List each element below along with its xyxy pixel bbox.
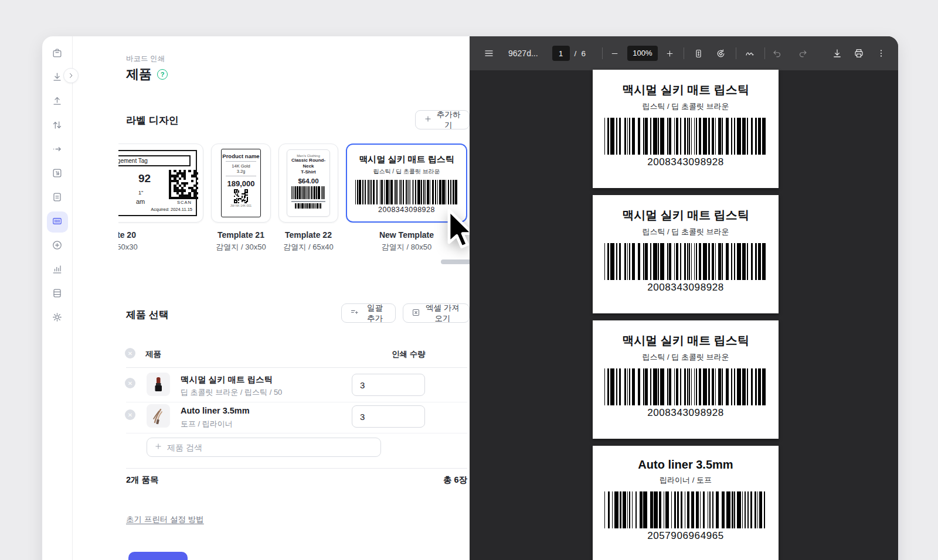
template-spec: 감열지 / 50x30 [118, 242, 203, 252]
barcode-graphic [604, 118, 767, 155]
app-window: 바코드 인쇄 제품 ? 라벨 디자인 추가하기 Asset Management… [42, 36, 898, 560]
excel-icon [412, 308, 420, 319]
template-22-preview: Men's Clothing Classic Round-NeckT-Shirt… [287, 149, 330, 217]
sidebar-item-add[interactable] [47, 235, 68, 257]
zoom-level[interactable]: 100% [627, 46, 658, 61]
template-spec: 감열지 / 65x40 [278, 242, 338, 252]
settings-gear-icon [52, 312, 63, 325]
label-page: 맥시멀 실키 매트 립스틱 립스틱 / 딥 초콜릿 브라운 2008343098… [593, 195, 779, 313]
barcode-graphic [604, 368, 767, 405]
add-template-button[interactable]: 추가하기 [415, 110, 470, 129]
add-circle-icon [52, 240, 63, 253]
database-icon [52, 288, 63, 301]
template-name: Template 20 [118, 230, 203, 240]
menu-icon[interactable] [480, 45, 498, 62]
template-card-21[interactable]: Product name 14K Gold 3.2g 189,000 JW-NK… [211, 144, 271, 261]
bar-chart-icon [52, 264, 63, 277]
product-thumbnail-lipstick [147, 373, 170, 396]
zoom-in-icon[interactable] [661, 45, 679, 62]
sidebar-item-transfer[interactable] [47, 115, 68, 136]
template-name: Template 21 [211, 230, 271, 240]
template-card-20[interactable]: Asset Management Tag 92 1" am SCAN Acqui… [118, 144, 203, 261]
bulk-add-button[interactable]: 일괄 추가 [341, 303, 396, 323]
sidebar-item-barcode-print[interactable] [47, 211, 68, 233]
sidebar-item-documents[interactable] [47, 187, 68, 209]
printer-setup-link[interactable]: 초기 프린터 설정 방법 [126, 514, 204, 525]
label-page: 맥시멀 실키 매트 립스틱 립스틱 / 딥 초콜릿 브라운 2008343098… [593, 320, 779, 439]
download-icon[interactable] [828, 45, 846, 62]
sidebar-item-outbound[interactable] [47, 91, 68, 112]
template-name: Template 22 [278, 230, 338, 240]
datamatrix-code [169, 170, 198, 199]
zoom-out-icon[interactable] [606, 45, 624, 62]
qty-input[interactable] [352, 405, 425, 428]
label-design-heading: 라벨 디자인 [126, 114, 179, 127]
list-plus-icon [350, 308, 359, 319]
package-icon [52, 47, 63, 61]
page-title: 제품 [126, 66, 152, 83]
main-panel: 바코드 인쇄 제품 ? 라벨 디자인 추가하기 Asset Management… [73, 36, 470, 560]
redo-icon [794, 45, 812, 62]
pdf-filename: 9627d... [508, 49, 538, 58]
page-count: 6 [581, 49, 586, 58]
rotate-icon[interactable] [712, 45, 730, 62]
upload-icon [52, 95, 63, 109]
excel-import-button[interactable]: 엑셀 가져오기 [403, 303, 470, 323]
template-spec: 감열지 / 30x50 [211, 242, 271, 252]
barcode-graphic [291, 186, 325, 199]
label-page: Auto liner 3.5mm 립라이너 / 토프 2057906964965 [593, 446, 779, 560]
download-icon [52, 71, 63, 85]
sidebar-item-sequence[interactable] [47, 163, 68, 185]
page-number-input[interactable] [552, 46, 570, 61]
remove-row-button[interactable]: ✕ [125, 409, 135, 420]
plus-icon [424, 115, 432, 125]
sidebar-item-move[interactable] [47, 139, 68, 161]
label-page: 맥시멀 실키 매트 립스틱 립스틱 / 딥 초콜릿 브라운 2008343098… [593, 70, 779, 188]
sidebar [42, 36, 73, 560]
pdf-viewer: 9627d... / 6 100% 맥시멀 실키 매트 립스틱 립스틱 / 딥 … [470, 36, 898, 560]
remove-row-button[interactable]: ✕ [125, 378, 135, 388]
more-icon[interactable] [872, 45, 890, 62]
product-search[interactable] [147, 438, 381, 457]
document-icon [52, 192, 63, 205]
template-carousel[interactable]: Asset Management Tag 92 1" am SCAN Acqui… [118, 144, 467, 261]
template-21-preview: Product name 14K Gold 3.2g 189,000 JW-NK… [221, 149, 261, 217]
template-20-preview: Asset Management Tag 92 1" am SCAN Acqui… [118, 150, 197, 216]
fit-page-icon[interactable] [690, 45, 708, 62]
sidebar-item-analytics[interactable] [47, 259, 68, 281]
remove-all-button[interactable]: ✕ [125, 348, 135, 358]
sequence-icon [52, 168, 63, 181]
item-count: 2개 품목 [126, 474, 159, 486]
sidebar-item-settings[interactable] [47, 308, 68, 329]
sidebar-item-inventory[interactable] [47, 284, 68, 305]
draw-icon[interactable] [741, 45, 759, 62]
barcode-graphic [604, 491, 767, 528]
help-icon[interactable]: ? [157, 69, 168, 80]
print-icon[interactable] [850, 45, 868, 62]
product-select-heading: 제품 선택 [126, 308, 169, 322]
barcode-icon [52, 216, 63, 229]
pdf-toolbar: 9627d... / 6 100% [470, 36, 898, 70]
move-right-icon [52, 144, 63, 157]
undo-icon [769, 45, 786, 62]
barcode-graphic [295, 203, 322, 209]
barcode-graphic [355, 180, 458, 204]
transfer-arrows-icon [52, 119, 63, 133]
breadcrumb: 바코드 인쇄 [126, 54, 165, 64]
column-qty: 인쇄 수량 [392, 349, 426, 360]
column-product: 제품 [145, 349, 161, 360]
barcode-graphic [604, 243, 767, 280]
qr-code [234, 189, 248, 203]
template-card-22[interactable]: Men's Clothing Classic Round-NeckT-Shirt… [278, 144, 338, 261]
sidebar-item-package[interactable] [47, 43, 68, 64]
product-search-input[interactable] [167, 443, 373, 452]
qty-input[interactable] [352, 374, 425, 396]
print-button[interactable] [128, 552, 188, 560]
plus-icon [154, 442, 162, 453]
product-thumbnail-liner [147, 404, 170, 428]
total-sheets: 총 6장 [443, 474, 467, 486]
